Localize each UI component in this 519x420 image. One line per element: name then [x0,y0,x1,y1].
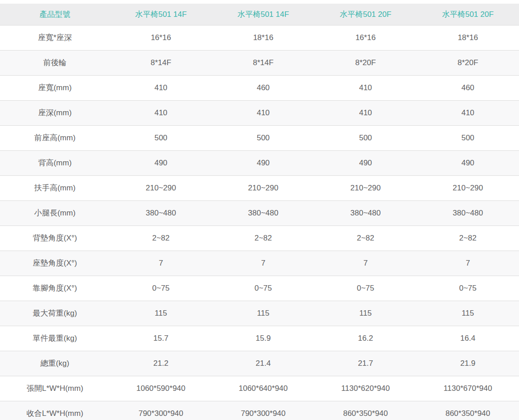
row-value: 21.9 [417,351,519,376]
row-value: 8*14F [110,50,212,75]
row-value: 860*350*940 [417,401,519,420]
row-label: 張開L*W*H(mm) [0,376,110,401]
row-value: 0~75 [315,276,417,301]
row-value: 500 [110,125,212,150]
row-value: 16*16 [315,25,417,50]
row-value: 410 [110,75,212,100]
row-value: 410 [315,75,417,100]
row-value: 460 [212,75,315,100]
row-label: 最大荷重(kg) [0,301,110,326]
row-value: 115 [110,301,212,326]
row-value: 860*350*940 [315,401,417,420]
row-value: 410 [212,100,315,125]
row-value: 2~82 [315,225,417,251]
row-value: 490 [417,150,519,175]
row-value: 8*20F [417,50,519,75]
row-value: 2~82 [110,225,212,251]
row-value: 790*300*940 [110,401,212,420]
row-value: 21.7 [315,351,417,376]
row-value: 115 [212,301,315,326]
row-value: 2~82 [417,225,519,251]
row-label: 座寬*座深 [0,25,110,50]
row-value: 7 [212,251,315,276]
row-value: 7 [417,251,519,276]
row-value: 210~290 [315,175,417,200]
row-value: 380~480 [315,200,417,225]
row-value: 18*16 [417,25,519,50]
row-value: 0~75 [417,276,519,301]
column-header-variant-2: 水平椅501 14F [212,4,315,25]
table-row: 扶手高(mm)210~290210~290210~290210~290 [0,175,519,200]
row-value: 490 [212,150,315,175]
row-value: 16.2 [315,326,417,351]
table-row: 靠腳角度(X°)0~750~750~750~75 [0,276,519,301]
row-value: 16*16 [110,25,212,50]
row-value: 18*16 [212,25,315,50]
column-header-variant-4: 水平椅501 20F [417,4,519,25]
row-value: 0~75 [212,276,315,301]
row-value: 210~290 [212,175,315,200]
row-value: 410 [315,100,417,125]
row-value: 2~82 [212,225,315,251]
row-value: 21.4 [212,351,315,376]
row-value: 8*20F [315,50,417,75]
row-value: 16.4 [417,326,519,351]
row-value: 1130*620*940 [315,376,417,401]
row-value: 500 [212,125,315,150]
row-label: 座深(mm) [0,100,110,125]
row-label: 總重(kg) [0,351,110,376]
row-value: 410 [417,100,519,125]
row-label: 小腿長(mm) [0,200,110,225]
row-value: 15.7 [110,326,212,351]
row-label: 背高(mm) [0,150,110,175]
table-row: 總重(kg)21.221.421.721.9 [0,351,519,376]
row-value: 1060*640*940 [212,376,315,401]
row-value: 15.9 [212,326,315,351]
row-value: 380~480 [110,200,212,225]
row-value: 410 [110,100,212,125]
table-row: 前座高(mm)500500500500 [0,125,519,150]
column-header-model-label: 產品型號 [0,4,110,25]
row-label: 座寬(mm) [0,75,110,100]
row-value: 7 [110,251,212,276]
table-header-row: 產品型號 水平椅501 14F 水平椅501 14F 水平椅501 20F 水平… [0,4,519,25]
table-body: 座寬*座深16*1618*1616*1618*16前後輪8*14F8*14F8*… [0,25,519,420]
column-header-variant-1: 水平椅501 14F [110,4,212,25]
row-value: 1060*590*940 [110,376,212,401]
table-row: 小腿長(mm)380~480380~480380~480380~480 [0,200,519,225]
table-row: 座寬(mm)410460410460 [0,75,519,100]
table-row: 收合L*W*H(mm)790*300*940790*300*940860*350… [0,401,519,420]
row-label: 收合L*W*H(mm) [0,401,110,420]
row-label: 前座高(mm) [0,125,110,150]
row-value: 115 [417,301,519,326]
table-row: 最大荷重(kg)115115115115 [0,301,519,326]
table-row: 張開L*W*H(mm)1060*590*9401060*640*9401130*… [0,376,519,401]
table-row: 單件最重(kg)15.715.916.216.4 [0,326,519,351]
row-label: 座墊角度(X°) [0,251,110,276]
row-value: 460 [417,75,519,100]
row-value: 7 [315,251,417,276]
row-value: 500 [315,125,417,150]
row-label: 靠腳角度(X°) [0,276,110,301]
table-row: 前後輪8*14F8*14F8*20F8*20F [0,50,519,75]
row-value: 790*300*940 [212,401,315,420]
row-value: 490 [110,150,212,175]
table-row: 座墊角度(X°)7777 [0,251,519,276]
table-row: 背墊角度(X°)2~822~822~822~82 [0,225,519,251]
row-value: 210~290 [417,175,519,200]
row-label: 單件最重(kg) [0,326,110,351]
row-value: 8*14F [212,50,315,75]
product-spec-table: 產品型號 水平椅501 14F 水平椅501 14F 水平椅501 20F 水平… [0,4,519,420]
row-value: 500 [417,125,519,150]
row-value: 0~75 [110,276,212,301]
row-label: 背墊角度(X°) [0,225,110,251]
row-value: 21.2 [110,351,212,376]
row-value: 1130*670*940 [417,376,519,401]
row-label: 扶手高(mm) [0,175,110,200]
column-header-variant-3: 水平椅501 20F [315,4,417,25]
table-row: 座深(mm)410410410410 [0,100,519,125]
row-label: 前後輪 [0,50,110,75]
table-row: 背高(mm)490490490490 [0,150,519,175]
row-value: 380~480 [417,200,519,225]
row-value: 210~290 [110,175,212,200]
